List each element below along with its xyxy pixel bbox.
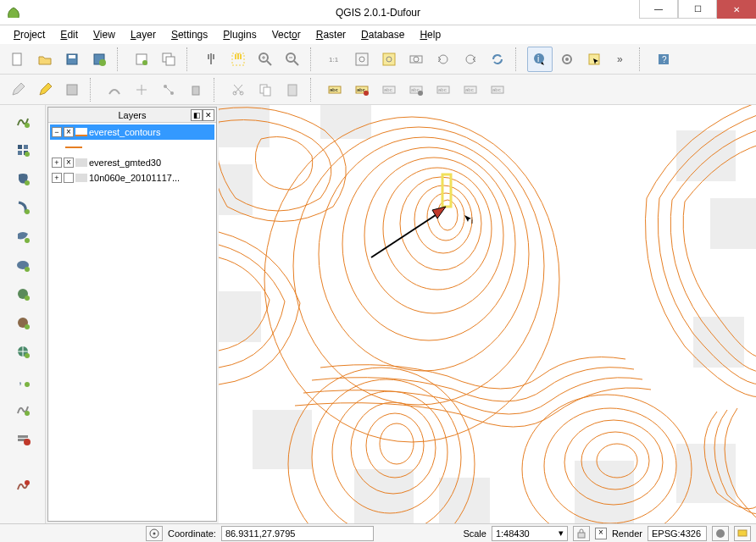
svg-point-121 [153, 532, 156, 534]
add-wms-button[interactable] [10, 281, 36, 307]
select-button[interactable] [581, 47, 607, 72]
add-mssql-button[interactable] [10, 224, 36, 249]
layer-checkbox[interactable] [64, 173, 74, 183]
label-move-button[interactable]: abc [431, 77, 456, 102]
svg-point-19 [359, 57, 364, 62]
move-feature-button[interactable] [129, 77, 154, 102]
save-edits-button[interactable] [59, 77, 85, 102]
copy-button[interactable] [253, 77, 278, 102]
close-button[interactable]: ✕ [717, 0, 756, 19]
add-spatialite-button[interactable] [10, 195, 36, 220]
menu-help[interactable]: Help [413, 27, 447, 42]
zoom-next-button[interactable] [458, 47, 483, 72]
map-canvas[interactable]: i [219, 105, 756, 523]
status-bar: Coordinate: 86.9311,27.9795 Scale 1:4843… [0, 523, 756, 542]
open-project-button[interactable] [32, 47, 58, 72]
gps-button[interactable] [10, 473, 36, 498]
layer-row-contours[interactable]: − × everest_contours [50, 124, 214, 140]
pan-button[interactable] [198, 47, 224, 72]
toggle-edit-button[interactable] [5, 77, 31, 102]
add-raster-button[interactable] [10, 137, 36, 163]
new-shapefile-button[interactable] [10, 396, 36, 422]
svg-rect-62 [24, 145, 28, 149]
crs-button[interactable] [712, 526, 729, 541]
edit-pencil-button[interactable] [32, 77, 58, 102]
svg-rect-91 [439, 478, 490, 523]
expand-icon[interactable]: − [52, 127, 62, 137]
menu-database[interactable]: Database [354, 27, 411, 42]
pan-selection-button[interactable] [225, 47, 251, 72]
refresh-button[interactable] [485, 47, 510, 72]
svg-rect-86 [676, 130, 736, 181]
zoom-native-button[interactable]: 1:1 [322, 47, 347, 72]
identify-button[interactable]: i [527, 47, 553, 72]
options-button[interactable] [554, 47, 580, 72]
maximize-button[interactable]: ☐ [678, 0, 717, 19]
add-vector-button[interactable] [10, 108, 36, 134]
cut-button[interactable] [225, 77, 251, 102]
add-postgis-button[interactable] [10, 166, 36, 191]
paste-button[interactable] [280, 77, 305, 102]
svg-point-102 [342, 147, 515, 340]
delete-feature-button[interactable] [183, 77, 208, 102]
render-label: Render [612, 528, 642, 539]
new-project-button[interactable] [5, 47, 31, 72]
panel-dock-button[interactable]: ◧ [191, 109, 203, 121]
layer-row-gmted[interactable]: + × everest_gmted30 [50, 155, 214, 170]
label-highlight-button[interactable]: abc [349, 77, 375, 102]
layer-tree[interactable]: − × everest_contours + × everest_gmted30… [48, 123, 216, 521]
save-project-button[interactable] [59, 47, 85, 72]
add-oracle-button[interactable] [10, 252, 36, 278]
toggle-extents-button[interactable] [146, 526, 163, 541]
crs-field[interactable]: EPSG:4326 [648, 526, 707, 541]
menu-raster[interactable]: Raster [309, 27, 353, 42]
menu-edit[interactable]: Edit [53, 27, 85, 42]
app-icon [5, 4, 22, 21]
zoom-full-button[interactable] [349, 47, 375, 72]
minimize-button[interactable]: — [639, 0, 678, 19]
zoom-out-button[interactable] [280, 47, 305, 72]
menu-layer[interactable]: Layer [124, 27, 163, 42]
toolbar-overflow[interactable]: » [609, 47, 634, 72]
expand-icon[interactable]: + [52, 158, 62, 168]
help-button[interactable]: ? [651, 47, 676, 72]
menu-settings[interactable]: Settings [164, 27, 214, 42]
remove-layer-button[interactable] [10, 425, 36, 451]
layer-checkbox[interactable]: × [64, 127, 74, 137]
label-rotate-button[interactable]: abc [458, 77, 483, 102]
layer-row-dem[interactable]: + 10n060e_20101117... [50, 170, 214, 185]
menu-bar: Project Edit View Layer Settings Plugins… [0, 25, 756, 44]
render-checkbox[interactable]: × [595, 528, 607, 539]
menu-view[interactable]: View [86, 27, 122, 42]
menu-plugins[interactable]: Plugins [216, 27, 263, 42]
label-abc-button[interactable]: abc [322, 77, 347, 102]
add-wcs-button[interactable] [10, 310, 36, 335]
coordinate-field[interactable]: 86.9311,27.9795 [221, 526, 374, 541]
zoom-last-button[interactable] [431, 47, 456, 72]
menu-vector[interactable]: Vector [265, 27, 308, 42]
coordinate-label: Coordinate: [168, 528, 216, 539]
expand-icon[interactable]: + [52, 173, 62, 183]
menu-project[interactable]: Project [7, 27, 52, 42]
layer-checkbox[interactable]: × [64, 158, 74, 168]
label-props-button[interactable]: abc [485, 77, 510, 102]
add-feature-button[interactable] [102, 77, 127, 102]
svg-rect-87 [710, 198, 756, 249]
svg-point-66 [25, 180, 30, 185]
label-pin-button[interactable]: abc [376, 77, 402, 102]
new-composer-button[interactable] [129, 47, 154, 72]
zoom-selection-button[interactable] [376, 47, 402, 72]
add-delimited-button[interactable]: , [10, 368, 36, 393]
messages-button[interactable] [734, 526, 751, 541]
node-tool-button[interactable] [156, 77, 181, 102]
zoom-layer-button[interactable] [403, 47, 429, 72]
scale-lock-button[interactable] [573, 526, 590, 541]
add-wfs-button[interactable] [10, 339, 36, 364]
layer-swatch [75, 158, 87, 167]
zoom-in-button[interactable] [253, 47, 278, 72]
save-as-button[interactable] [86, 47, 112, 72]
label-show-button[interactable]: abc [403, 77, 429, 102]
panel-close-button[interactable]: ✕ [203, 109, 214, 121]
scale-field[interactable]: 1:48430▾ [492, 526, 568, 541]
composer-manager-button[interactable] [156, 47, 181, 72]
